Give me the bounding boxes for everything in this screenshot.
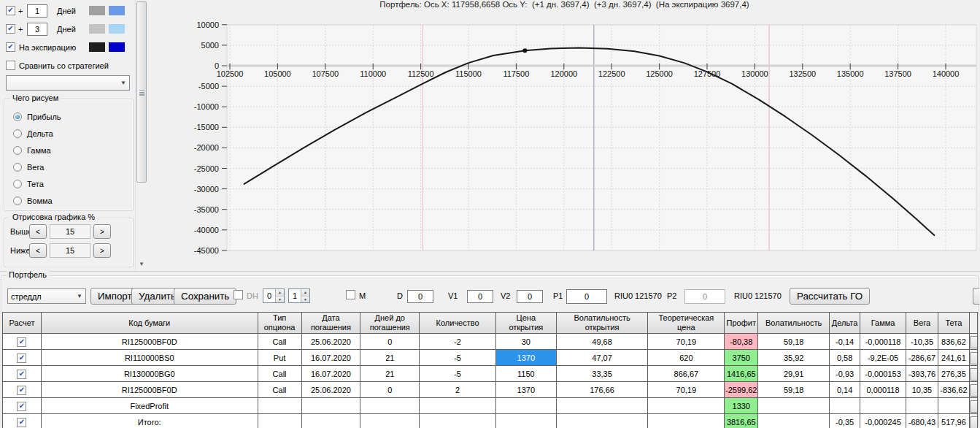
table-cell[interactable]: 33,35 [556, 366, 648, 382]
table-cell[interactable] [830, 398, 860, 414]
table-cell[interactable]: 0,000118 [860, 382, 906, 398]
radio-icon[interactable] [13, 180, 22, 188]
clipped-row-button[interactable] [970, 352, 977, 364]
table-cell[interactable]: 0 [360, 334, 420, 350]
table-cell[interactable]: Put [258, 350, 301, 366]
radio-icon[interactable] [13, 146, 22, 155]
radio-option-вега[interactable]: Вега [13, 161, 44, 173]
table-cell[interactable]: 1150 [495, 366, 556, 382]
table-cell[interactable]: -5 [420, 366, 496, 382]
table-cell[interactable]: Call [258, 334, 301, 350]
p1-field-input[interactable]: 0 [566, 289, 607, 304]
table-cell[interactable] [360, 398, 420, 414]
table-cell[interactable]: -286,67 [906, 350, 938, 366]
table-cell[interactable]: 59,18 [758, 382, 830, 398]
table-cell[interactable]: 866,67 [648, 366, 725, 382]
dh-spinner-2[interactable]: 1 ▲▼ [288, 288, 310, 303]
plus1-day-checkbox[interactable] [6, 6, 15, 15]
table-cell[interactable]: 29,91 [758, 366, 830, 382]
table-cell[interactable] [860, 398, 906, 414]
table-cell[interactable]: 0,14 [830, 382, 860, 398]
clipped-row-button[interactable] [970, 416, 977, 428]
save-button[interactable]: Сохранить [174, 288, 236, 305]
v1-field-input[interactable]: 0 [467, 290, 493, 303]
table-cell[interactable] [938, 398, 969, 414]
table-cell[interactable]: Итого: [41, 414, 258, 428]
plus1-day-input[interactable]: 1 [27, 4, 47, 18]
radio-option-дельта[interactable]: Дельта [13, 128, 53, 140]
table-cell[interactable] [301, 398, 360, 414]
table-cell[interactable] [648, 398, 725, 414]
table-cell[interactable] [556, 398, 648, 414]
table-cell[interactable] [420, 398, 496, 414]
profit-chart[interactable]: 1025001050001075001100001125001150001175… [148, 0, 980, 271]
clipped-row-button[interactable] [970, 400, 977, 413]
table-cell[interactable]: 70,19 [648, 382, 725, 398]
table-cell[interactable] [360, 414, 420, 428]
column-header[interactable]: Количество [420, 313, 496, 334]
table-cell[interactable]: -0,35 [830, 414, 860, 428]
table-cell[interactable]: 3750 [725, 350, 758, 366]
table-cell[interactable]: 241,61 [938, 350, 969, 366]
table-cell[interactable]: 0 [360, 382, 420, 398]
table-cell[interactable]: 1416,65 [725, 366, 758, 382]
table-cell[interactable]: -0,93 [830, 366, 860, 382]
d-field-input[interactable]: 0 [407, 290, 433, 303]
table-cell[interactable]: 2 [420, 382, 496, 398]
table-cell[interactable]: 47,07 [556, 350, 648, 366]
table-cell[interactable]: 30 [495, 334, 556, 350]
row-checkbox[interactable] [17, 402, 26, 411]
table-cell[interactable] [758, 414, 830, 428]
above-decrement-button[interactable]: < [29, 224, 47, 239]
table-cell[interactable]: 3816,65 [725, 414, 758, 428]
sidebar-scrollbar[interactable]: ▼ [135, 0, 148, 271]
table-cell[interactable]: -680,43 [906, 414, 938, 428]
table-cell[interactable]: 70,19 [648, 334, 725, 350]
table-cell[interactable] [906, 398, 938, 414]
radio-icon[interactable] [13, 196, 22, 205]
table-cell[interactable]: 21 [360, 366, 420, 382]
table-cell[interactable]: 0,58 [830, 350, 860, 366]
table-cell[interactable] [758, 398, 830, 414]
table-cell[interactable]: -0,000118 [860, 334, 906, 350]
column-header[interactable]: Дней допогашения [360, 313, 420, 334]
table-cell[interactable] [301, 414, 360, 428]
table-cell[interactable]: 620 [648, 350, 725, 366]
column-header[interactable]: Датапогашения [301, 313, 360, 334]
table-cell[interactable]: FixedProfit [41, 398, 258, 414]
compare-strategy-checkbox[interactable] [6, 61, 15, 70]
table-cell[interactable]: -393,76 [906, 366, 938, 382]
radio-option-вомма[interactable]: Вомма [13, 195, 53, 207]
clipped-row-button[interactable] [970, 336, 977, 348]
table-cell[interactable]: RI130000BG0 [41, 366, 258, 382]
m-checkbox[interactable] [346, 290, 355, 299]
table-cell[interactable]: RI110000BS0 [41, 350, 258, 366]
table-cell[interactable]: -0,000245 [860, 414, 906, 428]
plus3-day-input[interactable]: 3 [27, 23, 47, 36]
clipped-row-button[interactable] [970, 384, 977, 397]
dh-checkbox[interactable] [234, 290, 243, 299]
table-cell[interactable]: 276,35 [938, 366, 969, 382]
table-cell[interactable]: 836,62 [938, 334, 969, 350]
column-header[interactable]: Волатильность [758, 313, 830, 334]
radio-icon[interactable] [13, 163, 22, 172]
spinner-arrows-icon[interactable]: ▲▼ [301, 289, 309, 302]
table-cell[interactable]: 59,18 [758, 334, 830, 350]
table-cell[interactable]: RI125000BF0D [41, 334, 258, 350]
table-cell[interactable]: -2 [420, 334, 496, 350]
column-header[interactable]: Вега [906, 313, 938, 334]
table-cell[interactable]: 16.07.2020 [301, 366, 360, 382]
clipped-toolbar-button[interactable] [973, 288, 979, 305]
table-cell[interactable]: 49,68 [556, 334, 648, 350]
table-cell[interactable]: -2599,62 [725, 382, 758, 398]
row-checkbox[interactable] [17, 418, 26, 427]
table-cell[interactable]: 1330 [725, 398, 758, 414]
table-cell[interactable]: -0,14 [830, 334, 860, 350]
scrollbar-thumb[interactable] [136, 1, 147, 183]
below-increment-button[interactable]: > [93, 243, 111, 258]
strategy-combobox[interactable]: ▼ [6, 75, 130, 91]
table-cell[interactable]: 21 [360, 350, 420, 366]
table-cell[interactable]: -836,62 [938, 382, 969, 398]
above-increment-button[interactable]: > [93, 224, 111, 239]
row-select-cell[interactable] [3, 414, 42, 428]
